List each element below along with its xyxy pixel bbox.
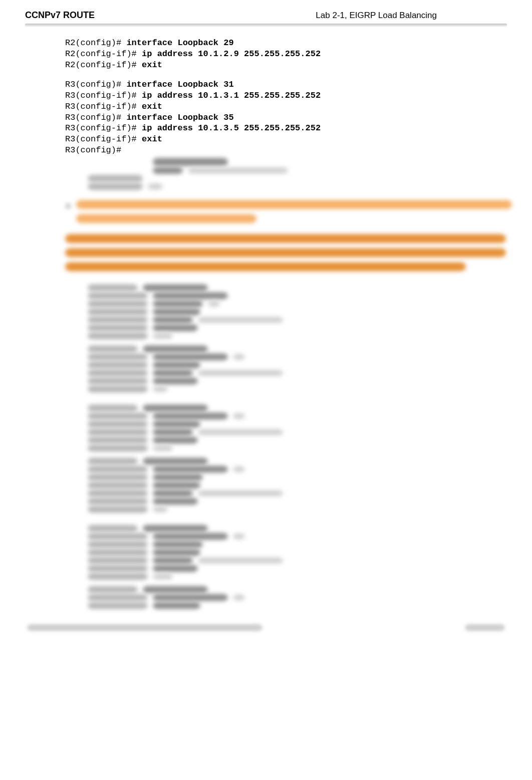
code-line: R2(config-if)# ip address 10.1.2.9 255.2…	[65, 49, 321, 59]
header-divider	[25, 24, 507, 27]
header-course-title: CCNPv7 ROUTE	[25, 10, 95, 21]
blurred-code-group	[48, 525, 507, 609]
page-footer	[25, 624, 507, 631]
page-header: CCNPv7 ROUTE Lab 2-1, EIGRP Load Balanci…	[25, 10, 507, 24]
footer-page-number	[465, 624, 505, 631]
code-line: R3(config)#	[65, 145, 121, 155]
code-line: R3(config-if)# ip address 10.1.3.1 255.2…	[65, 91, 321, 100]
step-bullet	[65, 203, 71, 209]
blurred-code-group	[48, 405, 507, 513]
blurred-content	[48, 158, 507, 609]
code-line: R3(config-if)# exit	[65, 102, 162, 111]
code-line: R2(config-if)# exit	[65, 60, 162, 70]
code-line: R3(config-if)# ip address 10.1.3.5 255.2…	[65, 123, 321, 133]
code-line: R3(config)# interface Loopback 35	[65, 113, 234, 122]
document-page: CCNPv7 ROUTE Lab 2-1, EIGRP Load Balanci…	[0, 0, 532, 646]
code-block-r2: R2(config)# interface Loopback 29 R2(con…	[65, 38, 507, 70]
footer-copyright	[27, 624, 262, 631]
header-lab-title: Lab 2-1, EIGRP Load Balancing	[316, 11, 437, 21]
code-line: R3(config-if)# exit	[65, 134, 162, 144]
code-block-r3: R3(config)# interface Loopback 31 R3(con…	[65, 79, 507, 155]
code-line: R2(config)# interface Loopback 29	[65, 38, 234, 48]
code-line: R3(config)# interface Loopback 31	[65, 80, 234, 89]
blurred-code-group	[48, 284, 507, 393]
